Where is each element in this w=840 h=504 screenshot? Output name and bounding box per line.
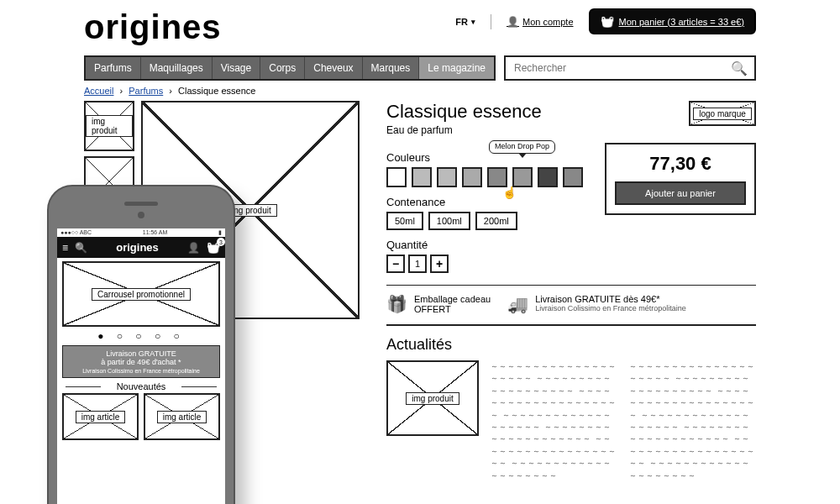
size-label: Contenance	[386, 196, 588, 208]
nav-item-maquillages[interactable]: Maquillages	[141, 57, 213, 79]
nav-item-marques[interactable]: Marques	[363, 57, 420, 79]
benefit-gift-title: Emballage cadeau	[414, 294, 491, 304]
divider	[386, 324, 756, 326]
phone-carousel[interactable]: Carrousel promotionnel	[62, 261, 220, 327]
mobile-preview: ●●●○○ ABC 11:56 AM ▮ ≡ origines Carrouse…	[47, 185, 235, 504]
phone-article-thumb[interactable]: img article	[144, 393, 220, 440]
divider	[491, 14, 491, 29]
size-options: 50ml100ml200ml	[386, 212, 588, 230]
user-icon	[507, 16, 519, 28]
ship-line2: à partir de 49€ d'achat *	[66, 358, 216, 366]
carousel-label: Carrousel promotionnel	[92, 288, 191, 301]
account-label: Mon compte	[522, 17, 574, 27]
cart-icon[interactable]	[207, 241, 220, 254]
news-heading: Actualités	[386, 336, 756, 354]
brand-logo[interactable]: logo marque	[689, 101, 756, 126]
phone-status-bar: ●●●○○ ABC 11:56 AM ▮	[57, 228, 225, 237]
nav-item-cheveux[interactable]: Cheveux	[305, 57, 362, 79]
basket-icon	[601, 15, 614, 28]
size-option[interactable]: 200ml	[475, 212, 517, 230]
color-swatch[interactable]	[462, 167, 482, 187]
news-image-label: img produit	[406, 392, 459, 405]
product-thumb[interactable]: img produit	[84, 101, 134, 151]
add-to-cart-button[interactable]: Ajouter au panier	[615, 181, 746, 205]
product-price: 77,30 €	[615, 153, 746, 175]
swatch-tooltip: Melon Drop Pop	[489, 140, 555, 154]
phone-header: ≡ origines	[57, 237, 225, 258]
benefit-ship-title: Livraison GRATUITE dès 49€*	[535, 294, 686, 304]
color-swatch[interactable]	[563, 167, 583, 187]
search-input[interactable]	[514, 62, 731, 74]
brand-logo-label: logo marque	[693, 108, 752, 120]
nav-item-corps[interactable]: Corps	[260, 57, 305, 79]
benefit-gift-sub: OFFERT	[414, 304, 491, 314]
search-box[interactable]	[504, 55, 756, 81]
size-option[interactable]: 100ml	[428, 212, 470, 230]
ship-line3: Livraison Colissimo en France métropolit…	[66, 368, 216, 374]
cart-label: Mon panier (3 articles = 33 e€)	[619, 17, 745, 27]
phone-shipping-banner: Livraison GRATUITE à partir de 49€ d'ach…	[62, 345, 220, 378]
news-text-placeholder: ～～～～～～～～～～～～～～～～～～～～ ～～～～～～～～～～～～～～～～～～～…	[629, 360, 756, 481]
product-title: Classique essence	[386, 101, 542, 123]
crumb-home[interactable]: Accueil	[84, 86, 113, 96]
account-link[interactable]: Mon compte	[507, 16, 574, 28]
nav-item-le magazine[interactable]: Le magazine	[419, 57, 494, 79]
color-swatches: Melon Drop Pop ☝	[386, 167, 588, 187]
color-swatch[interactable]	[487, 167, 507, 187]
benefit-ship-sub: Livraison Colissimo en France métropolit…	[535, 304, 686, 312]
purchase-box: 77,30 € Ajouter au panier	[605, 143, 756, 215]
phone-article-thumb[interactable]: img article	[62, 393, 139, 440]
thumb-label: img produit	[86, 115, 133, 137]
cursor-icon: ☝	[502, 186, 517, 199]
phone-carrier: ●●●○○ ABC	[60, 229, 92, 236]
color-swatch[interactable]	[412, 167, 432, 187]
nav-item-parfums[interactable]: Parfums	[86, 57, 141, 79]
color-swatch[interactable]	[386, 167, 407, 187]
ship-line1: Livraison GRATUITE	[66, 349, 216, 358]
qty-increase-button[interactable]: +	[430, 255, 449, 273]
article-label: img article	[76, 411, 126, 423]
benefit-gift: Emballage cadeau OFFERT	[386, 294, 491, 314]
phone-section-title: Nouveautés	[57, 381, 225, 391]
truck-icon	[507, 294, 528, 314]
size-option[interactable]: 50ml	[386, 212, 423, 230]
phone-battery-icon: ▮	[218, 229, 222, 236]
site-logo[interactable]: origines	[84, 8, 222, 46]
user-icon[interactable]	[187, 242, 200, 254]
crumb-category[interactable]: Parfums	[129, 86, 163, 96]
color-swatch[interactable]	[538, 167, 558, 187]
gift-icon	[386, 294, 407, 314]
chevron-right-icon	[117, 86, 127, 96]
qty-label: Quantité	[386, 239, 588, 251]
benefit-shipping: Livraison GRATUITE dès 49€* Livraison Co…	[507, 294, 686, 314]
cart-button[interactable]: Mon panier (3 articles = 33 e€)	[589, 8, 757, 34]
qty-value: 1	[408, 255, 427, 273]
search-icon[interactable]	[731, 60, 748, 76]
chevron-right-icon	[165, 86, 176, 96]
qty-decrease-button[interactable]: −	[386, 255, 405, 273]
nav-item-visage[interactable]: Visage	[213, 57, 260, 79]
color-swatch[interactable]	[437, 167, 457, 187]
crumb-current: Classique essence	[178, 86, 255, 96]
article-label: img article	[157, 411, 207, 423]
breadcrumb: Accueil Parfums Classique essence	[0, 81, 840, 101]
phone-time: 11:56 AM	[143, 229, 168, 236]
phone-logo[interactable]: origines	[116, 241, 159, 254]
news-image: img produit	[386, 360, 479, 436]
color-label: Couleurs	[386, 151, 588, 164]
menu-icon[interactable]: ≡	[62, 242, 68, 254]
primary-nav: ParfumsMaquillagesVisageCorpsCheveuxMarq…	[84, 55, 496, 81]
language-selector[interactable]: FR	[455, 17, 475, 27]
news-text-placeholder: ～～～～～～～～～～～～～～～～～～～～ ～～～～～～～～～～～～～～～～～～～…	[491, 360, 617, 481]
color-swatch[interactable]	[512, 167, 533, 187]
carousel-dots[interactable]: ● ○ ○ ○ ○	[57, 330, 225, 342]
product-subtitle: Eau de parfum	[386, 124, 542, 136]
search-icon[interactable]	[75, 242, 87, 254]
